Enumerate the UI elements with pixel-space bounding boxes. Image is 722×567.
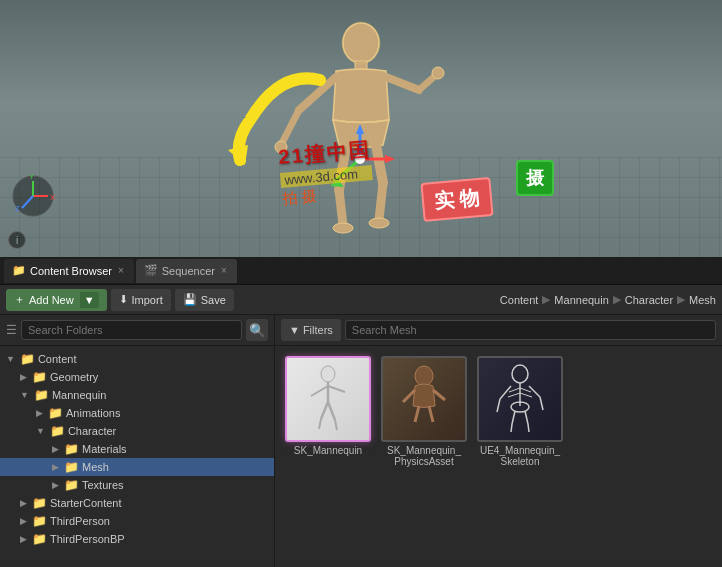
content-folder-icon: 📁 [20,352,35,366]
breadcrumb-content[interactable]: Content [500,294,539,306]
folder-label-character: Character [68,425,116,437]
svg-point-13 [369,218,389,228]
svg-line-48 [520,393,532,397]
mesh-expand-arrow: ▶ [52,462,59,472]
svg-point-30 [321,366,335,382]
folder-item-materials[interactable]: ▶ 📁 Materials [0,440,274,458]
mesh-search-input[interactable] [345,320,716,340]
breadcrumb: Content ▶ Mannequin ▶ Character ▶ Mesh [500,293,716,306]
svg-text:Z: Z [15,204,20,213]
asset-thumb-sk-mannequin [285,356,371,442]
svg-line-42 [429,406,433,422]
textures-folder-icon: 📁 [64,478,79,492]
thirdperson-expand-arrow: ▶ [20,516,27,526]
svg-line-50 [497,399,500,412]
plus-icon: ＋ [14,292,25,307]
svg-point-38 [415,366,433,386]
startercontent-expand-arrow: ▶ [20,498,27,508]
svg-point-0 [343,23,379,63]
folder-item-animations[interactable]: ▶ 📁 Animations [0,404,274,422]
svg-line-35 [328,402,335,420]
add-new-dropdown-arrow[interactable]: ▼ [80,292,99,308]
add-new-button[interactable]: ＋ Add New ▼ [6,289,107,311]
breadcrumb-mannequin[interactable]: Mannequin [554,294,608,306]
asset-label-physics: SK_Mannequin_PhysicsAsset [387,445,461,467]
svg-line-2 [299,77,336,110]
geometry-expand-arrow: ▶ [20,372,27,382]
folder-search-button[interactable]: 🔍 [246,319,268,341]
folder-label-thirdperson: ThirdPerson [50,515,110,527]
folder-label-mesh: Mesh [82,461,109,473]
breadcrumb-character[interactable]: Character [625,294,673,306]
content-area: ☰ 🔍 ▼ 📁 Content ▶ 📁 Geometry [0,315,722,567]
startercontent-folder-icon: 📁 [32,496,47,510]
svg-point-10 [333,223,353,233]
save-button[interactable]: 💾 Save [175,289,234,311]
toolbar: ＋ Add New ▼ ⬇ Import 💾 Save Content ▶ Ma… [0,285,722,315]
folder-search-input[interactable] [21,320,242,340]
character-folder-icon: 📁 [50,424,65,438]
svg-marker-15 [228,145,248,165]
content-browser-tab-icon: 📁 [12,264,26,277]
svg-line-56 [525,411,528,424]
svg-line-52 [540,397,543,410]
content-expand-arrow: ▼ [6,354,15,364]
folder-search-bar: ☰ 🔍 [0,315,274,346]
bottom-panel: 📁 Content Browser × 🎬 Sequencer × ＋ Add … [0,257,722,567]
svg-line-47 [508,393,520,397]
svg-marker-17 [356,124,364,134]
breadcrumb-mesh[interactable]: Mesh [689,294,716,306]
mannequin-folder-icon: 📁 [34,388,49,402]
folder-item-textures[interactable]: ▶ 📁 Textures [0,476,274,494]
animations-folder-icon: 📁 [48,406,63,420]
asset-card-physics[interactable]: SK_Mannequin_PhysicsAsset [379,354,469,469]
svg-line-40 [433,390,445,400]
asset-thumb-physics [381,356,467,442]
folder-item-geometry[interactable]: ▶ 📁 Geometry [0,368,274,386]
content-browser-tab-close[interactable]: × [116,265,126,276]
filters-button[interactable]: ▼ Filters [281,319,341,341]
animations-expand-arrow: ▶ [36,408,43,418]
sequencer-tab-close[interactable]: × [219,265,229,276]
thirdpersonbp-folder-icon: 📁 [32,532,47,546]
viewport-info-button[interactable]: i [8,231,26,249]
filters-label: Filters [303,324,333,336]
folder-item-thirdperson[interactable]: ▶ 📁 ThirdPerson [0,512,274,530]
folder-item-startercontent[interactable]: ▶ 📁 StarterContent [0,494,274,512]
folder-item-mesh[interactable]: ▶ 📁 Mesh [0,458,274,476]
sidebar-options-icon[interactable]: ☰ [6,323,17,337]
folder-tree: ▼ 📁 Content ▶ 📁 Geometry ▼ 📁 Mannequin [0,346,274,567]
thirdperson-folder-icon: 📁 [32,514,47,528]
folder-label-thirdpersonbp: ThirdPersonBP [50,533,125,545]
folder-item-mannequin[interactable]: ▼ 📁 Mannequin [0,386,274,404]
svg-line-36 [319,419,321,429]
folder-label-geometry: Geometry [50,371,98,383]
import-button[interactable]: ⬇ Import [111,289,171,311]
shi-wu-badge: 实 物 [421,177,494,222]
geometry-folder-icon: 📁 [32,370,47,384]
camera-badge: 摄 [516,160,554,196]
folder-label-animations: Animations [66,407,120,419]
sequencer-tab-label: Sequencer [162,265,215,277]
svg-line-57 [528,424,529,432]
folder-label-mannequin: Mannequin [52,389,106,401]
breadcrumb-sep-2: ▶ [613,293,621,306]
svg-line-46 [520,388,531,392]
folder-label-materials: Materials [82,443,127,455]
viewport: 21撞中国 www.3d.com 拍 摄 实 物 摄 X Y Z i [0,0,722,257]
svg-point-7 [432,67,444,79]
content-grid: ▼ Filters [275,315,722,567]
folder-item-content[interactable]: ▼ 📁 Content [0,350,274,368]
svg-line-5 [386,77,419,90]
folder-item-thirdpersonbp[interactable]: ▶ 📁 ThirdPersonBP [0,530,274,548]
svg-line-41 [415,406,419,422]
asset-card-skeleton[interactable]: UE4_Mannequin_Skeleton [475,354,565,469]
add-new-label: Add New [29,294,74,306]
tab-content-browser[interactable]: 📁 Content Browser × [4,259,134,283]
tab-sequencer[interactable]: 🎬 Sequencer × [136,259,237,283]
asset-label-sk-mannequin: SK_Mannequin [294,445,362,456]
svg-line-45 [509,388,520,392]
folder-item-character[interactable]: ▼ 📁 Character [0,422,274,440]
asset-card-sk-mannequin[interactable]: SK_Mannequin [283,354,373,469]
thirdpersonbp-expand-arrow: ▶ [20,534,27,544]
